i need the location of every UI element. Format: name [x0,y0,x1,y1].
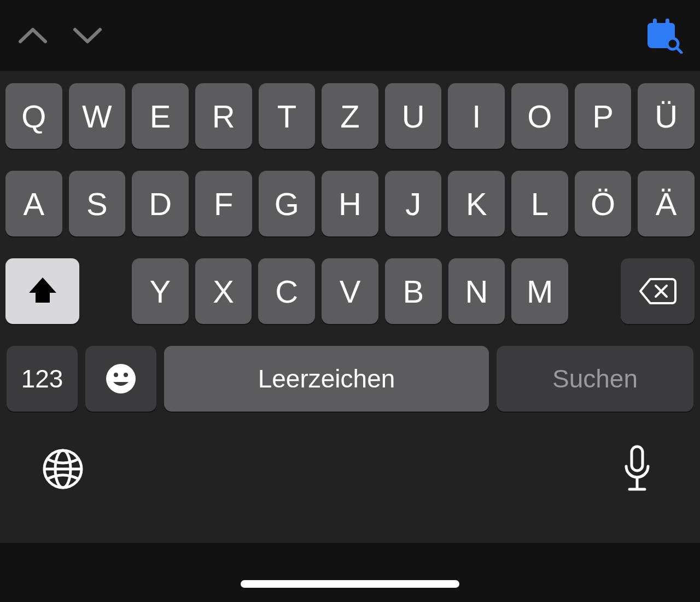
key-AE[interactable]: Ä [638,171,695,236]
svg-point-10 [114,373,118,377]
key-L[interactable]: L [511,171,568,236]
key-M[interactable]: M [511,258,568,324]
key-Z[interactable]: Z [322,83,378,149]
key-T[interactable]: T [259,83,316,149]
svg-rect-1 [648,23,675,31]
key-C[interactable]: C [258,258,315,324]
key-P[interactable]: P [575,83,632,149]
calendar-search-icon [645,18,684,54]
svg-rect-3 [666,19,669,26]
key-Q[interactable]: Q [5,83,62,149]
shift-icon [26,274,60,308]
key-S[interactable]: S [69,171,126,236]
backspace-icon [638,277,678,305]
key-V[interactable]: V [322,258,378,324]
previous-result-button[interactable] [16,19,49,52]
calendar-search-button[interactable] [645,16,684,55]
key-R[interactable]: R [195,83,252,149]
key-O[interactable]: O [511,83,568,149]
keyboard-row-3: Y X C V B N M [5,258,695,324]
key-D[interactable]: D [132,171,189,236]
svg-line-6 [677,48,681,53]
dictation-button[interactable] [612,444,662,494]
chevron-up-icon [18,26,48,45]
emoji-key[interactable] [85,346,156,412]
backspace-key[interactable] [621,258,695,324]
key-K[interactable]: K [448,171,505,236]
microphone-icon [621,444,654,494]
key-U[interactable]: U [385,83,442,149]
numbers-key[interactable]: 123 [7,346,78,412]
search-action-key[interactable]: Suchen [497,346,693,412]
key-N[interactable]: N [448,258,505,324]
key-X[interactable]: X [195,258,252,324]
key-OE[interactable]: Ö [575,171,632,236]
keyboard-system-row [0,417,700,543]
key-F[interactable]: F [195,171,252,236]
key-I[interactable]: I [448,83,505,149]
key-UE[interactable]: Ü [638,83,695,149]
keyboard-row-1: Q W E R T Z U I O P Ü [5,83,695,149]
globe-icon [41,447,85,491]
key-H[interactable]: H [322,171,378,236]
home-indicator[interactable] [241,580,459,588]
key-B[interactable]: B [385,258,442,324]
svg-point-11 [124,373,128,377]
key-J[interactable]: J [385,171,442,236]
keyboard-toolbar [0,0,700,71]
next-result-button[interactable] [71,19,104,52]
svg-rect-15 [632,447,643,471]
chevron-down-icon [73,26,102,45]
key-A[interactable]: A [5,171,62,236]
space-key[interactable]: Leerzeichen [164,346,489,412]
emoji-icon [105,363,137,395]
key-G[interactable]: G [259,171,316,236]
onscreen-keyboard: Q W E R T Z U I O P Ü A S D F G H J K L … [0,71,700,417]
shift-key[interactable] [5,258,79,324]
key-E[interactable]: E [132,83,189,149]
keyboard-row-4: 123 Leerzeichen Suchen [5,346,695,412]
svg-point-9 [106,364,136,393]
keyboard-row-2: A S D F G H J K L Ö Ä [5,171,695,236]
key-W[interactable]: W [69,83,126,149]
globe-button[interactable] [38,444,88,494]
key-Y[interactable]: Y [132,258,189,324]
svg-rect-2 [653,19,657,26]
